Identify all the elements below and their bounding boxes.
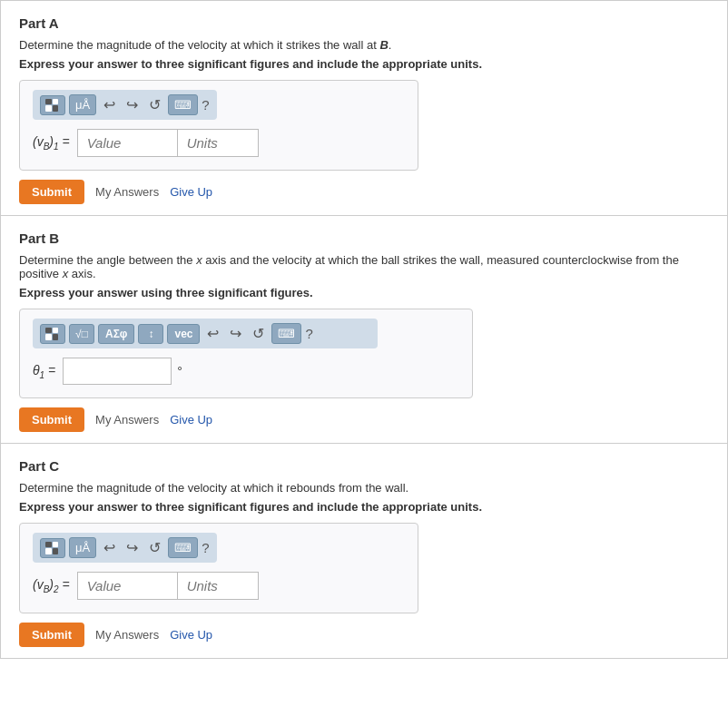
part-b-keyboard-btn[interactable]: ⌨ — [271, 323, 301, 344]
grid-icon-c — [45, 542, 58, 554]
part-a-action-row: Submit My Answers Give Up — [19, 180, 709, 204]
part-c-toolbar: μÅ ↩ ↪ ↺ ⌨ ? — [33, 533, 217, 563]
grid-icon-b — [45, 328, 58, 340]
grid-icon — [45, 99, 58, 112]
part-c-my-answers-link[interactable]: My Answers — [95, 628, 159, 642]
part-a-description: Determine the magnitude of the velocity … — [19, 38, 709, 52]
part-b-angle-input[interactable] — [63, 358, 172, 385]
part-c-action-row: Submit My Answers Give Up — [19, 623, 709, 647]
part-a-keyboard-btn[interactable]: ⌨ — [168, 94, 198, 115]
part-b-undo-btn[interactable]: ↩ — [203, 323, 222, 344]
page-container: Part A Determine the magnitude of the ve… — [0, 0, 728, 659]
part-b-my-answers-link[interactable]: My Answers — [95, 413, 159, 427]
part-c-grid-btn[interactable] — [40, 538, 65, 558]
part-b-degree-symbol: ° — [177, 364, 182, 378]
part-a-help-btn[interactable]: ? — [202, 97, 209, 113]
part-b-redo-btn[interactable]: ↪ — [226, 323, 245, 344]
part-b-grid-btn[interactable] — [40, 324, 65, 344]
part-b-reset-btn[interactable]: ↺ — [249, 323, 268, 344]
part-c-give-up-link[interactable]: Give Up — [170, 628, 212, 642]
part-c-submit-btn[interactable]: Submit — [19, 623, 84, 647]
part-b-vec-btn[interactable]: vec — [167, 324, 200, 344]
part-b-action-row: Submit My Answers Give Up — [19, 407, 709, 432]
part-c-label: (vB)2 = — [33, 577, 70, 594]
part-a-toolbar: μÅ ↩ ↪ ↺ ⌨ ? — [33, 90, 217, 120]
part-c-description: Determine the magnitude of the velocity … — [19, 481, 709, 495]
part-b-label: θ1 = — [33, 363, 55, 380]
keyboard-icon-b: ⌨ — [278, 327, 295, 340]
part-b-input-box: √□ ΑΣφ ↕ vec ↩ ↪ ↺ ⌨ ? — [19, 309, 473, 398]
part-c-input-box: μÅ ↩ ↪ ↺ ⌨ ? (vB)2 = — [19, 523, 418, 613]
part-a-undo-btn[interactable]: ↩ — [100, 94, 119, 115]
part-a-title: Part A — [19, 15, 709, 31]
part-b-instruction: Express your answer using three signific… — [19, 286, 709, 299]
part-a-section: Part A Determine the magnitude of the ve… — [1, 1, 727, 216]
part-a-redo-btn[interactable]: ↪ — [123, 94, 142, 115]
part-b-input-row: θ1 = ° — [33, 358, 459, 385]
part-a-input-row: (vB)1 = — [33, 129, 405, 157]
keyboard-icon-c: ⌨ — [174, 541, 192, 554]
part-b-sqrt-btn[interactable]: √□ — [69, 324, 94, 344]
part-a-submit-btn[interactable]: Submit — [19, 180, 84, 204]
part-c-value-input[interactable] — [77, 572, 177, 600]
part-a-grid-btn[interactable] — [40, 95, 65, 115]
part-b-asigma-btn[interactable]: ΑΣφ — [98, 324, 134, 344]
part-c-instruction: Express your answer to three significant… — [19, 500, 709, 514]
part-c-redo-btn[interactable]: ↪ — [123, 537, 142, 558]
part-c-units-input[interactable] — [177, 572, 259, 600]
part-c-undo-btn[interactable]: ↩ — [100, 537, 119, 558]
part-c-mu-btn[interactable]: μÅ — [69, 537, 96, 558]
part-c-input-row: (vB)2 = — [33, 572, 405, 600]
part-a-input-box: μÅ ↩ ↪ ↺ ⌨ ? (vB)1 = — [19, 80, 418, 171]
part-a-value-input[interactable] — [77, 129, 177, 157]
part-b-title: Part B — [19, 230, 709, 246]
part-c-help-btn[interactable]: ? — [202, 540, 209, 555]
part-a-units-input[interactable] — [177, 129, 259, 157]
part-b-help-btn[interactable]: ? — [305, 326, 312, 341]
part-b-toolbar: √□ ΑΣφ ↕ vec ↩ ↪ ↺ ⌨ ? — [33, 319, 378, 348]
part-c-keyboard-btn[interactable]: ⌨ — [168, 537, 198, 558]
part-b-submit-btn[interactable]: Submit — [19, 407, 84, 432]
part-b-give-up-link[interactable]: Give Up — [170, 413, 212, 427]
part-a-mu-btn[interactable]: μÅ — [69, 94, 96, 115]
part-a-my-answers-link[interactable]: My Answers — [95, 185, 159, 199]
part-a-reset-btn[interactable]: ↺ — [145, 94, 164, 115]
part-b-section: Part B Determine the angle between the x… — [1, 216, 727, 444]
part-a-label: (vB)1 = — [33, 134, 70, 152]
part-c-reset-btn[interactable]: ↺ — [145, 537, 164, 558]
part-b-arrows-btn[interactable]: ↕ — [138, 324, 163, 344]
part-c-title: Part C — [19, 458, 709, 474]
part-a-instruction: Express your answer to three significant… — [19, 57, 709, 71]
part-b-description: Determine the angle between the x axis a… — [19, 253, 709, 280]
keyboard-icon: ⌨ — [174, 98, 192, 112]
part-c-section: Part C Determine the magnitude of the ve… — [1, 444, 727, 658]
part-a-give-up-link[interactable]: Give Up — [170, 185, 212, 199]
